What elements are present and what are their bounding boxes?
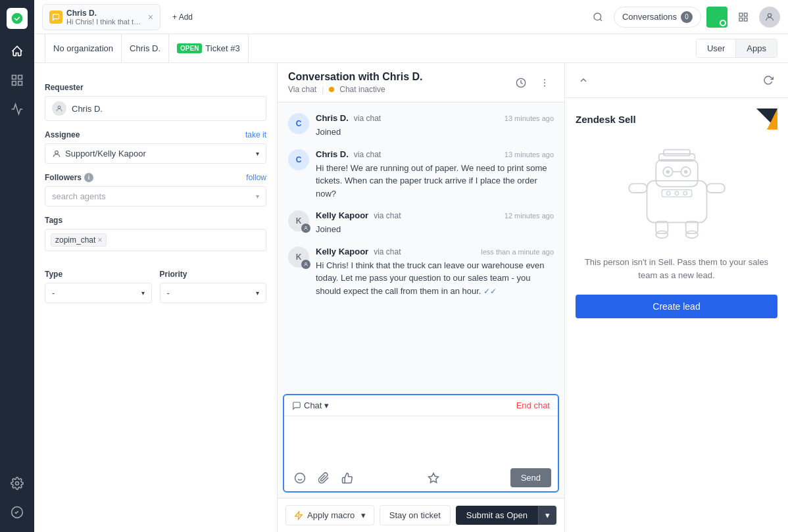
zendesk-sell-header: Zendesk Sell xyxy=(576,109,777,130)
message-text: Hi there! We are running out of paper. W… xyxy=(316,162,554,201)
refresh-button[interactable] xyxy=(759,71,777,89)
chat-status-label: Chat inactive xyxy=(339,85,385,94)
assignee-field[interactable]: Support/Kelly Kapoor ▾ xyxy=(45,143,266,164)
chat-mode-label: Chat xyxy=(304,400,322,410)
requester-field[interactable]: Chris D. xyxy=(45,96,266,121)
right-panel: Zendesk Sell xyxy=(564,63,788,532)
follow-link[interactable]: follow xyxy=(246,173,266,182)
svg-rect-40 xyxy=(706,183,724,193)
svg-point-36 xyxy=(666,191,670,195)
user-tab[interactable]: User xyxy=(697,39,735,57)
right-panel-content: Zendesk Sell xyxy=(565,98,788,532)
breadcrumb-user[interactable]: Chris D. xyxy=(122,34,169,63)
svg-point-37 xyxy=(675,191,678,195)
message-time: 13 minutes ago xyxy=(505,151,554,158)
svg-marker-23 xyxy=(295,512,303,520)
left-sidebar xyxy=(0,0,34,532)
svg-point-32 xyxy=(683,170,687,173)
add-tab-button[interactable]: + Add xyxy=(166,9,199,26)
active-tab[interactable]: Chris D. Hi Chris! I think that th... × xyxy=(42,4,160,30)
svg-rect-1 xyxy=(12,76,16,80)
chat-mode-selector[interactable]: Chat ▾ xyxy=(292,400,329,410)
svg-rect-39 xyxy=(629,183,647,193)
sell-description: This person isn't in Sell. Pass them to … xyxy=(576,256,777,281)
conversations-badge: 0 xyxy=(681,11,693,23)
search-agents-field[interactable]: search agents ▾ xyxy=(45,186,266,206)
conversation-panel: Conversation with Chris D. Via chat | Ch… xyxy=(278,63,564,532)
requester-name: Chris D. xyxy=(72,104,103,114)
priority-field[interactable]: - ▾ xyxy=(160,283,267,303)
type-value: - xyxy=(52,288,55,298)
grid-view-button[interactable] xyxy=(733,7,754,28)
svg-rect-7 xyxy=(739,13,743,16)
type-chevron-icon: ▾ xyxy=(141,289,145,297)
svg-point-19 xyxy=(305,262,307,264)
search-button[interactable] xyxy=(587,7,608,28)
sidebar-reports-icon[interactable] xyxy=(5,97,29,121)
chat-input-area: Chat ▾ End chat xyxy=(283,394,559,493)
priority-label: Priority xyxy=(160,270,267,279)
collapse-button[interactable] xyxy=(576,72,591,88)
svg-rect-9 xyxy=(739,18,743,21)
create-lead-button[interactable]: Create lead xyxy=(576,295,777,318)
message-via: via chat xyxy=(374,211,401,220)
sender-name: Kelly Kapoor xyxy=(316,210,368,220)
svg-point-6 xyxy=(594,13,601,20)
message-text: Joined xyxy=(316,126,554,139)
message-content: Kelly Kapoor via chat 12 minutes ago Joi… xyxy=(316,210,554,236)
zendesk-sell-illustration xyxy=(611,140,743,245)
emoji-button[interactable] xyxy=(291,469,309,487)
take-it-link[interactable]: take it xyxy=(245,130,266,139)
submit-as-open-button[interactable]: Submit as Open xyxy=(456,506,538,525)
send-button[interactable]: Send xyxy=(510,468,551,487)
sender-name: Chris D. xyxy=(316,113,349,123)
apps-tab[interactable]: Apps xyxy=(735,39,777,57)
message-via: via chat xyxy=(354,114,381,123)
apply-macro-button[interactable]: Apply macro ▾ xyxy=(285,505,374,525)
conversations-label: Conversations xyxy=(622,12,677,22)
svg-point-5 xyxy=(16,482,19,485)
conversations-button[interactable]: Conversations 0 xyxy=(614,7,701,28)
thumbsup-button[interactable] xyxy=(338,469,357,487)
stay-on-ticket-button[interactable]: Stay on ticket xyxy=(380,505,451,525)
message-row: C Chris D. via chat 13 minutes ago Joine… xyxy=(288,113,554,139)
user-avatar-button[interactable] xyxy=(759,7,780,28)
type-field[interactable]: - ▾ xyxy=(45,283,152,303)
svg-point-13 xyxy=(55,151,59,154)
submit-dropdown-button[interactable]: ▾ xyxy=(538,506,556,525)
sender-avatar: C xyxy=(288,149,309,170)
sidebar-zendesk-icon[interactable] xyxy=(5,500,29,524)
breadcrumb-ticket[interactable]: OPEN Ticket #3 xyxy=(169,34,249,63)
bottom-bar: Apply macro ▾ Stay on ticket Submit as O… xyxy=(278,498,564,532)
chat-textarea[interactable] xyxy=(284,416,558,462)
svg-rect-2 xyxy=(18,76,22,80)
history-icon[interactable] xyxy=(512,74,530,92)
read-check-icon: ✓✓ xyxy=(483,287,497,296)
svg-point-12 xyxy=(58,106,61,109)
tag-zopim: zopim_chat × xyxy=(51,233,107,247)
breadcrumb-no-org[interactable]: No organization xyxy=(45,34,122,63)
end-chat-button[interactable]: End chat xyxy=(516,400,550,410)
ai-assist-button[interactable] xyxy=(424,469,443,487)
conversation-header: Conversation with Chris D. Via chat | Ch… xyxy=(278,63,564,103)
status-indicator[interactable] xyxy=(706,7,727,28)
priority-chevron-icon: ▾ xyxy=(256,289,259,297)
user-apps-tabs: User Apps xyxy=(696,39,777,58)
sidebar-home-icon[interactable] xyxy=(5,39,29,63)
more-options-icon[interactable] xyxy=(535,74,554,92)
sidebar-views-icon[interactable] xyxy=(5,68,29,92)
svg-rect-34 xyxy=(664,150,690,156)
followers-info-icon[interactable]: i xyxy=(84,173,93,182)
logo[interactable] xyxy=(7,8,28,29)
sidebar-settings-icon[interactable] xyxy=(5,472,29,495)
assignee-value: Support/Kelly Kapoor xyxy=(65,149,146,158)
svg-point-17 xyxy=(544,85,545,86)
attachment-button[interactable] xyxy=(314,469,333,487)
ticket-number: Ticket #3 xyxy=(205,43,239,53)
tag-remove-button[interactable]: × xyxy=(97,235,102,245)
message-via: via chat xyxy=(374,247,401,256)
tags-field[interactable]: zopim_chat × xyxy=(45,229,266,251)
svg-point-31 xyxy=(666,170,669,173)
message-content: Kelly Kapoor via chat less than a minute… xyxy=(316,247,554,298)
tab-close-button[interactable]: × xyxy=(148,12,153,22)
